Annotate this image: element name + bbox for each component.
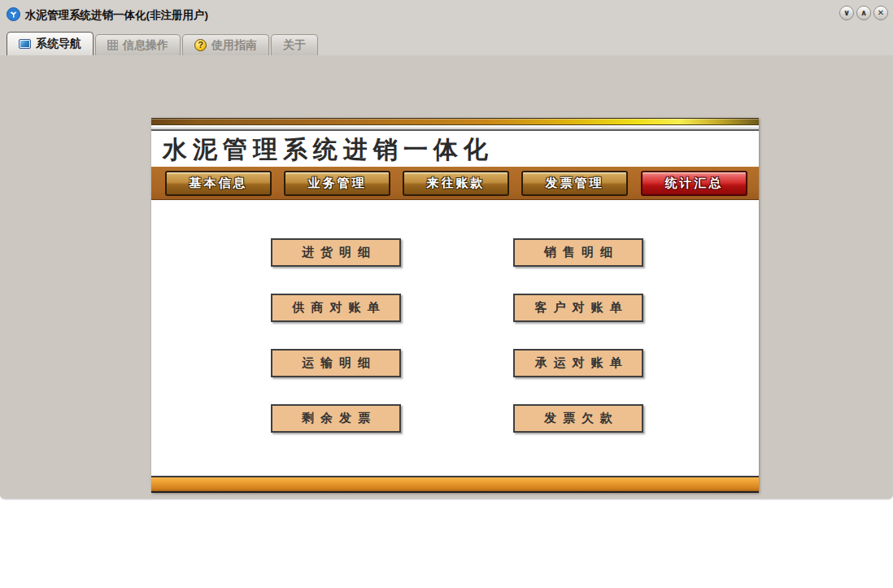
tab-label: 使用指南: [211, 38, 257, 53]
divider-stripe: [151, 127, 759, 131]
nav-button-transport-details[interactable]: 运输明细: [271, 349, 401, 377]
main-panel: 水泥管理系统进销一体化 基本信息 业务管理 来往账款 发票管理 统计汇总 进货明…: [151, 118, 759, 493]
minimize-button[interactable]: ∨: [839, 6, 854, 20]
tab-label: 信息操作: [123, 38, 168, 53]
window-controls: ∨ ∧ ✕: [839, 6, 888, 20]
cloud-logo-icon: [7, 7, 20, 21]
menu-button-invoice-management[interactable]: 发票管理: [521, 171, 628, 196]
tab-label: 关于: [283, 38, 306, 53]
tab-information-operations[interactable]: 信息操作: [95, 34, 181, 55]
menu-button-business-management[interactable]: 业务管理: [284, 171, 390, 196]
tab-user-guide[interactable]: ? 使用指南: [182, 34, 269, 55]
nav-button-supplier-statement[interactable]: 供商对账单: [271, 294, 401, 322]
menu-button-accounts[interactable]: 来往账款: [403, 171, 509, 196]
close-button[interactable]: ✕: [873, 6, 888, 20]
nav-button-sales-details[interactable]: 销售明细: [513, 238, 643, 267]
monitor-icon: [19, 39, 31, 49]
window-title: 水泥管理系统进销一体化(非注册用户): [25, 8, 208, 23]
app-window: 水泥管理系统进销一体化(非注册用户) ∨ ∧ ✕ 系统导航 信息操作 ? 使用指…: [0, 0, 893, 499]
panel-title: 水泥管理系统进销一体化: [163, 134, 494, 165]
tab-system-navigation[interactable]: 系统导航: [7, 32, 94, 55]
nav-button-carrier-statement[interactable]: 承运对账单: [513, 349, 643, 377]
nav-button-purchase-details[interactable]: 进货明细: [271, 238, 401, 267]
maximize-button[interactable]: ∧: [856, 6, 871, 20]
tab-label: 系统导航: [36, 37, 81, 51]
bottom-orange-bar: [151, 476, 759, 493]
nav-button-customer-statement[interactable]: 客户对账单: [513, 294, 643, 322]
title-bar: 水泥管理系统进销一体化(非注册用户) ∨ ∧ ✕: [0, 0, 893, 29]
tab-about[interactable]: 关于: [271, 34, 318, 55]
help-icon: ?: [194, 39, 207, 51]
nav-button-invoice-arrears[interactable]: 发票欠款: [513, 404, 643, 433]
menu-button-basic-info[interactable]: 基本信息: [165, 171, 272, 196]
nav-button-remaining-invoices[interactable]: 剩余发票: [271, 404, 401, 433]
content-area: 水泥管理系统进销一体化 基本信息 业务管理 来往账款 发票管理 统计汇总 进货明…: [0, 55, 893, 499]
menu-bar: 基本信息 业务管理 来往账款 发票管理 统计汇总: [151, 167, 759, 200]
grid-icon: [107, 40, 118, 50]
menu-button-statistics-summary[interactable]: 统计汇总: [641, 171, 747, 196]
gold-gradient-stripe: [151, 118, 759, 125]
tab-bar: 系统导航 信息操作 ? 使用指南 关于: [7, 32, 320, 55]
